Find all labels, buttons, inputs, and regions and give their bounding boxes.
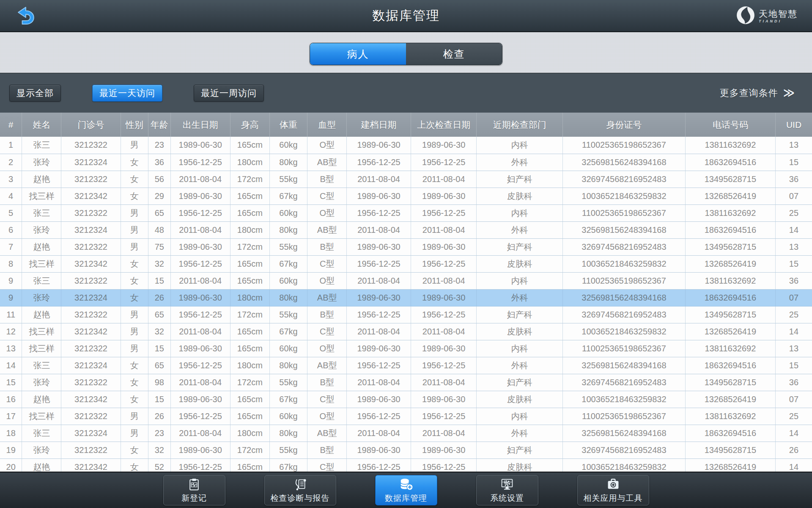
column-header-1[interactable]: # [0, 113, 22, 137]
table-row[interactable]: 2张玲3212324女361956-12-25180cm80kgAB型1956-… [0, 154, 812, 171]
table-cell: 3212322 [61, 306, 121, 323]
column-header-4[interactable]: 性别 [121, 113, 148, 137]
table-cell: 98 [148, 374, 170, 391]
table-row[interactable]: 12找三样3212342男322011-08-04165cm67kgC型2011… [0, 323, 812, 340]
table-row[interactable]: 19张玲3212322女321989-06-30172cm55kgB型1989-… [0, 442, 812, 458]
column-header-6[interactable]: 出生日期 [170, 113, 230, 137]
table-cell: 1956-12-25 [347, 255, 411, 272]
column-header-8[interactable]: 体重 [269, 113, 307, 137]
column-header-15[interactable]: UID [775, 113, 812, 137]
table-cell: 25 [775, 204, 812, 221]
table-cell: 172cm [230, 374, 269, 391]
table-row[interactable]: 17找三样3212322男261956-12-25165cm60kgO型1956… [0, 408, 812, 425]
table-row[interactable]: 16赵艳3212342女151989-06-30165cm67kgC型1989-… [0, 391, 812, 408]
table-cell: 180cm [230, 425, 269, 442]
table-cell: O型 [307, 408, 347, 425]
nav-exam-diagnosis-report-button[interactable]: 检查诊断与报告 [264, 475, 336, 505]
column-header-5[interactable]: 年龄 [148, 113, 170, 137]
nav-related-apps-tools-button[interactable]: 相关应用与工具 [577, 475, 649, 505]
table-cell: 32 [148, 255, 170, 272]
table-cell: 9 [0, 289, 22, 306]
table-cell: 1989-06-30 [347, 188, 411, 204]
table-cell: O型 [307, 272, 347, 289]
table-row[interactable]: 1张三3212322男231989-06-30165cm60kgO型1989-0… [0, 137, 812, 154]
table-cell: 14 [775, 425, 812, 442]
table-row[interactable]: 9张三3212322女152011-08-04165cm60kgO型2011-0… [0, 272, 812, 289]
table-cell: 1989-06-30 [347, 137, 411, 154]
table-cell: 60kg [269, 340, 307, 357]
table-cell: 1989-06-30 [170, 238, 230, 255]
database-cross-icon [398, 477, 414, 491]
table-cell: 外科 [477, 425, 563, 442]
table-cell: 15 [148, 272, 170, 289]
table-cell: 1956-12-25 [170, 357, 230, 374]
table-cell: 75 [148, 238, 170, 255]
table-row[interactable]: 6张玲3212324男482011-08-04180cm80kgAB型2011-… [0, 221, 812, 238]
table-row[interactable]: 9张玲3212324女261989-06-30180cm80kgAB型1989-… [0, 289, 812, 306]
column-header-11[interactable]: 上次检查日期 [411, 113, 477, 137]
table-cell: 55kg [269, 442, 307, 458]
table-cell: 2011-08-04 [411, 323, 477, 340]
tab-group: 病人 检查 [310, 43, 502, 65]
table-row[interactable]: 5张三3212322男651956-12-25165cm60kgO型1956-1… [0, 204, 812, 221]
table-cell: 165cm [230, 188, 269, 204]
table-cell: 172cm [230, 306, 269, 323]
table-cell: 妇产科 [477, 374, 563, 391]
table-cell: 55kg [269, 306, 307, 323]
table-row[interactable]: 7赵艳3212322男751989-06-30172cm55kgB型1989-0… [0, 238, 812, 255]
table-cell: 1956-12-25 [411, 255, 477, 272]
table-cell: 找三样 [22, 408, 61, 425]
table-cell: 165cm [230, 204, 269, 221]
table-cell: 07 [775, 289, 812, 306]
table-cell: 80kg [269, 425, 307, 442]
column-header-2[interactable]: 姓名 [22, 113, 61, 137]
table-cell: 48 [148, 221, 170, 238]
column-header-7[interactable]: 身高 [230, 113, 269, 137]
table-cell: B型 [307, 306, 347, 323]
table-row[interactable]: 14张三3212324女651956-12-25180cm80kgAB型1956… [0, 357, 812, 374]
table-cell: 男 [121, 204, 148, 221]
table-cell: 18632694516 [685, 221, 775, 238]
filter-show-all-button[interactable]: 显示全部 [9, 85, 61, 102]
table-cell: 1989-06-30 [411, 238, 477, 255]
table-cell: 张玲 [22, 374, 61, 391]
back-button[interactable] [15, 5, 37, 27]
table-row[interactable]: 18张三3212324男232011-08-04180cm80kgAB型2011… [0, 425, 812, 442]
table-cell: 67kg [269, 255, 307, 272]
table-cell: 女 [121, 391, 148, 408]
table-row[interactable]: 15张玲3212322女982011-08-04172cm55kgB型2011-… [0, 374, 812, 391]
column-header-9[interactable]: 血型 [307, 113, 347, 137]
table-cell: 60kg [269, 408, 307, 425]
table-cell: 15 [0, 374, 22, 391]
nav-system-settings-button[interactable]: 系统设置 [476, 475, 538, 505]
table-cell: 赵艳 [22, 391, 61, 408]
column-header-13[interactable]: 身份证号 [562, 113, 685, 137]
column-header-3[interactable]: 门诊号 [61, 113, 121, 137]
column-header-14[interactable]: 电话号码 [685, 113, 775, 137]
table-cell: 女 [121, 171, 148, 188]
column-header-12[interactable]: 近期检查部门 [477, 113, 563, 137]
filter-last-day-button[interactable]: 最近一天访问 [92, 85, 162, 102]
column-header-10[interactable]: 建档日期 [347, 113, 411, 137]
nav-database-management-button[interactable]: 数据库管理 [375, 475, 437, 505]
table-row[interactable]: 4找三样3212342女291989-06-30165cm67kgC型1989-… [0, 188, 812, 204]
table-cell: B型 [307, 171, 347, 188]
stethoscope-report-icon [293, 477, 308, 491]
table-cell: 找三样 [22, 255, 61, 272]
table-row[interactable]: 13找三样3212322男151989-06-30165cm60kgO型1989… [0, 340, 812, 357]
table-cell: 1956-12-25 [170, 306, 230, 323]
table-cell: 67kg [269, 188, 307, 204]
table-cell: 张玲 [22, 221, 61, 238]
tab-patient[interactable]: 病人 [310, 43, 406, 65]
nav-new-registration-button[interactable]: 新登记 [163, 475, 225, 505]
table-cell: 皮肤科 [477, 255, 563, 272]
table-cell: 男 [121, 306, 148, 323]
filter-last-week-button[interactable]: 最近一周访问 [194, 85, 264, 102]
tab-examination[interactable]: 检查 [406, 43, 502, 65]
table-row[interactable]: 3赵艳3212322女562011-08-04172cm55kgB型2011-0… [0, 171, 812, 188]
table-row[interactable]: 8找三样3212342女321956-12-25165cm67kgC型1956-… [0, 255, 812, 272]
table-cell: 65 [148, 204, 170, 221]
table-row[interactable]: 11赵艳3212322男651956-12-25172cm55kgB型1956-… [0, 306, 812, 323]
table-cell: 3212322 [61, 171, 121, 188]
more-query-conditions-link[interactable]: 更多查询条件 ≫ [720, 86, 795, 99]
